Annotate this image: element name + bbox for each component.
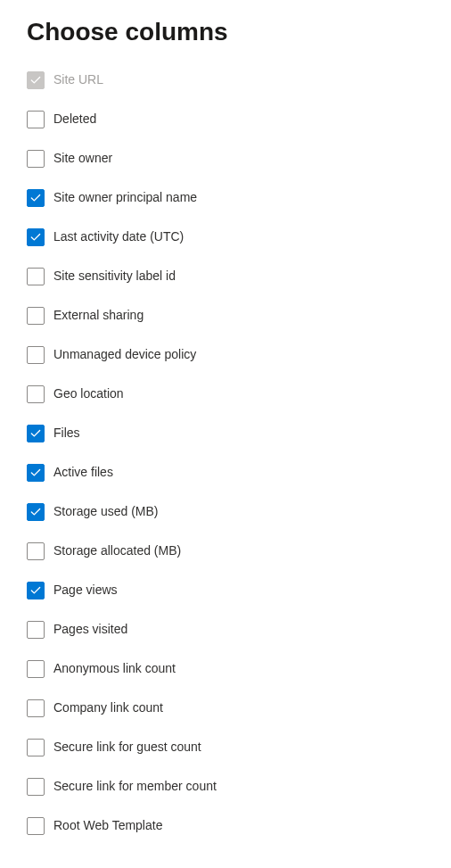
checkbox[interactable] [27,739,45,756]
checkbox-label: Root Web Template [53,817,162,835]
column-option[interactable]: Geo location [27,385,424,403]
checkbox[interactable] [27,307,45,325]
checkbox-label: Site owner [53,150,112,168]
checkbox[interactable] [27,111,45,128]
checkmark-icon [29,584,42,597]
checkbox [27,71,45,89]
checkbox[interactable] [27,542,45,560]
checkmark-icon [29,506,42,518]
checkbox[interactable] [27,189,45,207]
checkbox-label: Unmanaged device policy [53,346,196,364]
column-option[interactable]: Active files [27,464,424,482]
column-option[interactable]: Secure link for guest count [27,739,424,756]
checkbox-label: Company link count [53,699,163,717]
checkbox-label: Files [53,425,80,442]
checkbox[interactable] [27,778,45,796]
column-option[interactable]: Unmanaged device policy [27,346,424,364]
checkbox[interactable] [27,385,45,403]
checkbox-label: Site sensitivity label id [53,268,176,285]
column-option[interactable]: Pages visited [27,621,424,639]
column-option[interactable]: Company link count [27,699,424,717]
checkbox-label: Site URL [53,71,103,89]
column-option[interactable]: Root Web Template [27,817,424,835]
checkmark-icon [29,74,42,87]
checkbox-label: Deleted [53,111,96,128]
checkbox[interactable] [27,268,45,285]
column-option[interactable]: Last activity date (UTC) [27,228,424,246]
checkbox-label: Storage allocated (MB) [53,542,181,560]
checkbox-label: Anonymous link count [53,660,176,678]
column-option[interactable]: Site sensitivity label id [27,268,424,285]
checkbox-label: Pages visited [53,621,127,639]
checkbox-label: Storage used (MB) [53,503,159,521]
column-checkbox-list: Site URLDeletedSite ownerSite owner prin… [27,71,424,835]
column-option[interactable]: Site owner [27,150,424,168]
column-option[interactable]: Site owner principal name [27,189,424,207]
column-option[interactable]: Files [27,425,424,442]
checkbox[interactable] [27,660,45,678]
checkbox[interactable] [27,228,45,246]
checkbox[interactable] [27,621,45,639]
checkbox-label: Secure link for guest count [53,739,201,756]
page-title: Choose columns [27,18,424,46]
checkmark-icon [29,192,42,204]
checkbox-label: Active files [53,464,113,482]
checkmark-icon [29,427,42,440]
column-option[interactable]: Deleted [27,111,424,128]
column-option[interactable]: External sharing [27,307,424,325]
checkbox[interactable] [27,150,45,168]
checkbox-label: Last activity date (UTC) [53,228,184,246]
column-option[interactable]: Storage used (MB) [27,503,424,521]
checkbox[interactable] [27,503,45,521]
checkbox[interactable] [27,817,45,835]
checkmark-icon [29,467,42,479]
column-option[interactable]: Page views [27,582,424,599]
checkbox[interactable] [27,464,45,482]
checkbox-label: Page views [53,582,118,599]
checkbox[interactable] [27,425,45,442]
checkbox[interactable] [27,582,45,599]
column-option[interactable]: Anonymous link count [27,660,424,678]
checkbox-label: Geo location [53,385,124,403]
column-option[interactable]: Storage allocated (MB) [27,542,424,560]
checkmark-icon [29,231,42,244]
checkbox-label: Secure link for member count [53,778,217,796]
column-option[interactable]: Secure link for member count [27,778,424,796]
checkbox[interactable] [27,699,45,717]
checkbox-label: Site owner principal name [53,189,197,207]
checkbox-label: External sharing [53,307,144,325]
column-option: Site URL [27,71,424,89]
checkbox[interactable] [27,346,45,364]
